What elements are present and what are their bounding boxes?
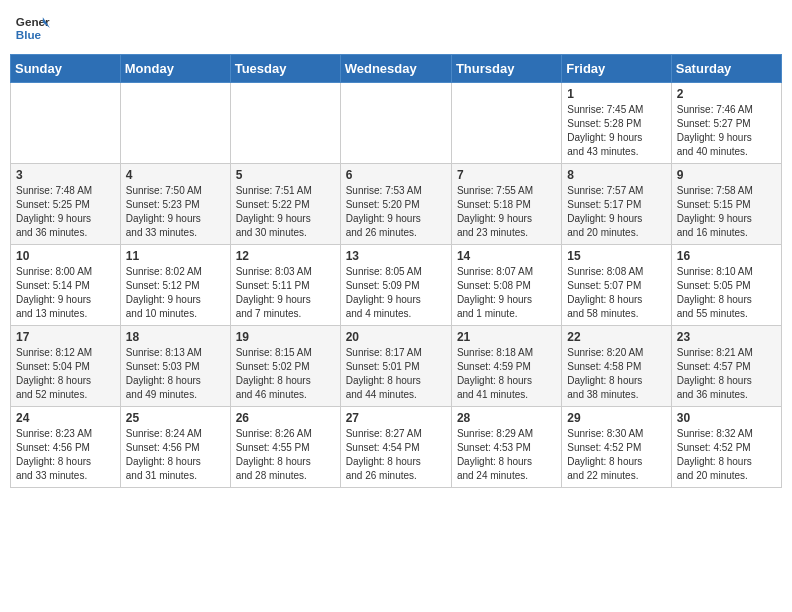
calendar-cell: 24Sunrise: 8:23 AMSunset: 4:56 PMDayligh… (11, 407, 121, 488)
day-info: Sunrise: 8:08 AMSunset: 5:07 PMDaylight:… (567, 265, 665, 321)
day-number: 27 (346, 411, 446, 425)
day-number: 21 (457, 330, 556, 344)
day-info: Sunrise: 8:32 AMSunset: 4:52 PMDaylight:… (677, 427, 776, 483)
day-number: 22 (567, 330, 665, 344)
calendar-cell (340, 83, 451, 164)
page-header: General Blue (10, 10, 782, 46)
day-number: 30 (677, 411, 776, 425)
calendar-week-row: 10Sunrise: 8:00 AMSunset: 5:14 PMDayligh… (11, 245, 782, 326)
calendar-cell (451, 83, 561, 164)
day-number: 1 (567, 87, 665, 101)
day-info: Sunrise: 8:17 AMSunset: 5:01 PMDaylight:… (346, 346, 446, 402)
day-info: Sunrise: 8:12 AMSunset: 5:04 PMDaylight:… (16, 346, 115, 402)
calendar-cell (120, 83, 230, 164)
calendar-cell: 12Sunrise: 8:03 AMSunset: 5:11 PMDayligh… (230, 245, 340, 326)
day-number: 7 (457, 168, 556, 182)
column-header-saturday: Saturday (671, 55, 781, 83)
day-info: Sunrise: 7:51 AMSunset: 5:22 PMDaylight:… (236, 184, 335, 240)
day-number: 12 (236, 249, 335, 263)
day-info: Sunrise: 8:10 AMSunset: 5:05 PMDaylight:… (677, 265, 776, 321)
calendar-cell: 28Sunrise: 8:29 AMSunset: 4:53 PMDayligh… (451, 407, 561, 488)
day-number: 3 (16, 168, 115, 182)
day-number: 18 (126, 330, 225, 344)
day-number: 26 (236, 411, 335, 425)
calendar-cell: 20Sunrise: 8:17 AMSunset: 5:01 PMDayligh… (340, 326, 451, 407)
day-info: Sunrise: 7:55 AMSunset: 5:18 PMDaylight:… (457, 184, 556, 240)
day-number: 24 (16, 411, 115, 425)
logo-icon: General Blue (14, 10, 50, 46)
calendar-cell: 8Sunrise: 7:57 AMSunset: 5:17 PMDaylight… (562, 164, 671, 245)
day-info: Sunrise: 7:53 AMSunset: 5:20 PMDaylight:… (346, 184, 446, 240)
calendar-cell: 30Sunrise: 8:32 AMSunset: 4:52 PMDayligh… (671, 407, 781, 488)
calendar-cell: 17Sunrise: 8:12 AMSunset: 5:04 PMDayligh… (11, 326, 121, 407)
day-info: Sunrise: 8:02 AMSunset: 5:12 PMDaylight:… (126, 265, 225, 321)
day-number: 15 (567, 249, 665, 263)
calendar-cell: 9Sunrise: 7:58 AMSunset: 5:15 PMDaylight… (671, 164, 781, 245)
calendar-cell: 16Sunrise: 8:10 AMSunset: 5:05 PMDayligh… (671, 245, 781, 326)
calendar-cell: 15Sunrise: 8:08 AMSunset: 5:07 PMDayligh… (562, 245, 671, 326)
calendar-cell: 7Sunrise: 7:55 AMSunset: 5:18 PMDaylight… (451, 164, 561, 245)
day-info: Sunrise: 8:00 AMSunset: 5:14 PMDaylight:… (16, 265, 115, 321)
day-number: 5 (236, 168, 335, 182)
day-info: Sunrise: 8:05 AMSunset: 5:09 PMDaylight:… (346, 265, 446, 321)
calendar-cell: 21Sunrise: 8:18 AMSunset: 4:59 PMDayligh… (451, 326, 561, 407)
day-info: Sunrise: 7:45 AMSunset: 5:28 PMDaylight:… (567, 103, 665, 159)
calendar-week-row: 17Sunrise: 8:12 AMSunset: 5:04 PMDayligh… (11, 326, 782, 407)
day-number: 29 (567, 411, 665, 425)
day-info: Sunrise: 8:23 AMSunset: 4:56 PMDaylight:… (16, 427, 115, 483)
day-info: Sunrise: 8:21 AMSunset: 4:57 PMDaylight:… (677, 346, 776, 402)
day-number: 17 (16, 330, 115, 344)
svg-text:Blue: Blue (16, 28, 42, 41)
calendar-cell: 26Sunrise: 8:26 AMSunset: 4:55 PMDayligh… (230, 407, 340, 488)
calendar-cell: 27Sunrise: 8:27 AMSunset: 4:54 PMDayligh… (340, 407, 451, 488)
calendar-cell (11, 83, 121, 164)
calendar-cell: 18Sunrise: 8:13 AMSunset: 5:03 PMDayligh… (120, 326, 230, 407)
calendar-cell: 23Sunrise: 8:21 AMSunset: 4:57 PMDayligh… (671, 326, 781, 407)
day-info: Sunrise: 8:07 AMSunset: 5:08 PMDaylight:… (457, 265, 556, 321)
calendar-cell: 29Sunrise: 8:30 AMSunset: 4:52 PMDayligh… (562, 407, 671, 488)
calendar-table: SundayMondayTuesdayWednesdayThursdayFrid… (10, 54, 782, 488)
day-info: Sunrise: 8:30 AMSunset: 4:52 PMDaylight:… (567, 427, 665, 483)
calendar-cell (230, 83, 340, 164)
day-number: 16 (677, 249, 776, 263)
calendar-cell: 10Sunrise: 8:00 AMSunset: 5:14 PMDayligh… (11, 245, 121, 326)
day-info: Sunrise: 8:20 AMSunset: 4:58 PMDaylight:… (567, 346, 665, 402)
day-number: 20 (346, 330, 446, 344)
calendar-cell: 13Sunrise: 8:05 AMSunset: 5:09 PMDayligh… (340, 245, 451, 326)
column-header-monday: Monday (120, 55, 230, 83)
calendar-cell: 25Sunrise: 8:24 AMSunset: 4:56 PMDayligh… (120, 407, 230, 488)
day-number: 4 (126, 168, 225, 182)
calendar-cell: 1Sunrise: 7:45 AMSunset: 5:28 PMDaylight… (562, 83, 671, 164)
column-header-wednesday: Wednesday (340, 55, 451, 83)
day-number: 6 (346, 168, 446, 182)
calendar-header-row: SundayMondayTuesdayWednesdayThursdayFrid… (11, 55, 782, 83)
day-info: Sunrise: 8:29 AMSunset: 4:53 PMDaylight:… (457, 427, 556, 483)
column-header-sunday: Sunday (11, 55, 121, 83)
calendar-cell: 22Sunrise: 8:20 AMSunset: 4:58 PMDayligh… (562, 326, 671, 407)
day-info: Sunrise: 8:26 AMSunset: 4:55 PMDaylight:… (236, 427, 335, 483)
day-info: Sunrise: 7:48 AMSunset: 5:25 PMDaylight:… (16, 184, 115, 240)
day-number: 10 (16, 249, 115, 263)
day-info: Sunrise: 8:13 AMSunset: 5:03 PMDaylight:… (126, 346, 225, 402)
day-info: Sunrise: 7:57 AMSunset: 5:17 PMDaylight:… (567, 184, 665, 240)
day-info: Sunrise: 8:27 AMSunset: 4:54 PMDaylight:… (346, 427, 446, 483)
day-info: Sunrise: 8:15 AMSunset: 5:02 PMDaylight:… (236, 346, 335, 402)
column-header-friday: Friday (562, 55, 671, 83)
day-number: 28 (457, 411, 556, 425)
column-header-thursday: Thursday (451, 55, 561, 83)
calendar-week-row: 3Sunrise: 7:48 AMSunset: 5:25 PMDaylight… (11, 164, 782, 245)
day-number: 13 (346, 249, 446, 263)
calendar-cell: 14Sunrise: 8:07 AMSunset: 5:08 PMDayligh… (451, 245, 561, 326)
day-number: 2 (677, 87, 776, 101)
logo: General Blue (14, 10, 50, 46)
calendar-week-row: 24Sunrise: 8:23 AMSunset: 4:56 PMDayligh… (11, 407, 782, 488)
day-info: Sunrise: 7:58 AMSunset: 5:15 PMDaylight:… (677, 184, 776, 240)
calendar-cell: 5Sunrise: 7:51 AMSunset: 5:22 PMDaylight… (230, 164, 340, 245)
day-number: 14 (457, 249, 556, 263)
day-number: 8 (567, 168, 665, 182)
column-header-tuesday: Tuesday (230, 55, 340, 83)
calendar-cell: 19Sunrise: 8:15 AMSunset: 5:02 PMDayligh… (230, 326, 340, 407)
day-info: Sunrise: 7:50 AMSunset: 5:23 PMDaylight:… (126, 184, 225, 240)
day-number: 19 (236, 330, 335, 344)
day-number: 9 (677, 168, 776, 182)
